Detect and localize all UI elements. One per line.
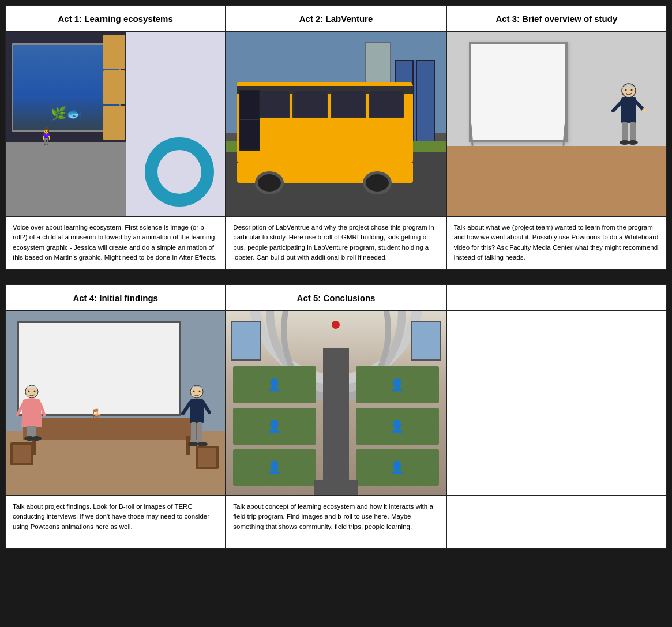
act5-cell: Act 5: Conclusions xyxy=(226,285,446,548)
svg-point-28 xyxy=(188,442,198,446)
act5-header: Act 5: Conclusions xyxy=(226,285,445,311)
svg-point-19 xyxy=(31,436,42,441)
wall-panels xyxy=(102,32,126,142)
act6-header xyxy=(447,285,666,311)
act1-text: Voice over about learning ecosystem. Fir… xyxy=(6,217,225,269)
storyboard-row-1: Act 1: Learning ecosystems 🌿🐟 xyxy=(5,5,667,270)
figure-female xyxy=(14,384,49,444)
bus-door xyxy=(239,90,260,151)
svg-point-6 xyxy=(642,108,647,113)
red-dot xyxy=(332,321,340,329)
act5-text: Talk about concept of learning ecosystem… xyxy=(226,496,445,548)
act6-text xyxy=(447,496,666,548)
act3-text: Talk about what we (project team) wanted… xyxy=(447,217,666,269)
bus-windows xyxy=(255,90,404,118)
act3-header: Act 3: Brief overview of study xyxy=(447,6,666,32)
storyboard-row-2: Act 4: Initial findings 🪑 xyxy=(5,284,667,549)
row-separator xyxy=(5,275,667,279)
svg-point-29 xyxy=(197,442,208,446)
svg-point-21 xyxy=(193,390,195,392)
floor-end xyxy=(314,480,358,495)
act4-header: Act 4: Initial findings xyxy=(6,285,225,311)
act4-image: 🪑 xyxy=(6,311,225,496)
act3-cell: Act 3: Brief overview of study xyxy=(447,6,666,269)
act1-cell: Act 1: Learning ecosystems 🌿🐟 xyxy=(6,6,226,269)
act4-text: Talk about project findings. Look for B-… xyxy=(6,496,225,548)
seats-right: 👤 👤 👤 xyxy=(356,366,440,486)
classroom-floor xyxy=(447,142,666,216)
act2-text: Description of LabVentrue and why the pr… xyxy=(226,217,445,269)
museum-floor xyxy=(6,142,126,216)
svg-line-4 xyxy=(613,102,621,111)
act6-cell xyxy=(447,285,666,548)
svg-point-1 xyxy=(625,89,626,91)
svg-point-22 xyxy=(199,390,201,392)
svg-point-2 xyxy=(630,89,632,91)
bus-aisle xyxy=(323,348,350,495)
svg-point-13 xyxy=(34,390,36,392)
svg-line-24 xyxy=(183,403,190,414)
act2-header: Act 2: LabVenture xyxy=(226,6,445,32)
child-figure: 🧍‍♀️ xyxy=(36,127,57,146)
teal-ring-graphic xyxy=(145,137,214,207)
act2-image: 🌿 xyxy=(226,32,445,217)
svg-rect-3 xyxy=(621,97,636,123)
window-left-1 xyxy=(231,321,261,361)
act6-image xyxy=(447,311,666,496)
school-bus xyxy=(237,82,412,183)
chair-right xyxy=(196,446,219,469)
svg-rect-27 xyxy=(197,422,202,444)
window-right-1 xyxy=(411,321,441,361)
svg-rect-26 xyxy=(191,422,196,444)
bus-main-body xyxy=(237,82,412,163)
seats-left: 👤 👤 👤 xyxy=(233,366,317,486)
svg-point-12 xyxy=(28,390,30,392)
teacher-figure xyxy=(609,82,649,148)
svg-rect-7 xyxy=(622,122,628,142)
storyboard: Act 1: Learning ecosystems 🌿🐟 xyxy=(5,5,667,549)
act1-image: 🌿🐟 🧍‍♀️ xyxy=(6,32,225,217)
svg-line-25 xyxy=(204,403,209,412)
classroom-table xyxy=(23,418,198,440)
act5-image: 👤 👤 👤 👤 👤 👤 xyxy=(226,311,445,496)
act4-cell: Act 4: Initial findings 🪑 xyxy=(6,285,226,548)
svg-point-10 xyxy=(628,140,638,145)
svg-rect-23 xyxy=(190,399,204,423)
svg-rect-8 xyxy=(630,122,636,142)
act1-header: Act 1: Learning ecosystems xyxy=(6,6,225,32)
chair-left xyxy=(10,442,33,465)
figure-male xyxy=(179,384,214,449)
classroom-whiteboard xyxy=(469,42,568,142)
act3-image xyxy=(447,32,666,217)
act2-cell: Act 2: LabVenture 🌿 xyxy=(226,6,446,269)
museum-display: 🌿🐟 xyxy=(6,32,126,142)
